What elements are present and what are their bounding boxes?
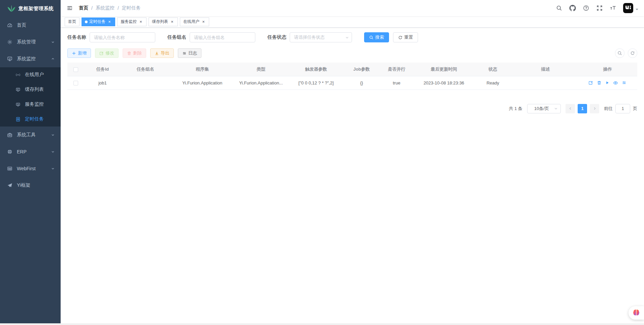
- sidebar-item-label: 系统管理: [17, 39, 51, 45]
- fullscreen-icon[interactable]: [596, 5, 603, 11]
- table-tools: [615, 48, 637, 58]
- task-group-input[interactable]: [190, 32, 255, 42]
- filter-task-group: 任务组名: [167, 32, 255, 42]
- col-trigger-args: 触发器参数: [287, 63, 345, 76]
- tab-online-users[interactable]: 在线用户 ×: [180, 17, 209, 26]
- refresh-icon[interactable]: [628, 48, 637, 58]
- close-icon[interactable]: ×: [107, 20, 112, 24]
- add-button[interactable]: 新增: [67, 48, 91, 58]
- col-task-id: 任务Id: [84, 63, 121, 76]
- tasks-table: 任务Id 任务组名 程序集 类型 触发器参数 Job参数 是否并行 最后更新时间…: [67, 63, 637, 90]
- system-monitor-submenu: 在线用户 缓存列表 服务监控: [0, 67, 61, 127]
- sidebar-item-label: 在线用户: [25, 72, 55, 78]
- broadcast-icon: [15, 72, 21, 77]
- sidebar-item-erp[interactable]: ERP: [0, 143, 61, 160]
- close-icon[interactable]: ×: [138, 20, 143, 24]
- github-icon[interactable]: [569, 5, 576, 11]
- hamburger-icon[interactable]: [66, 4, 73, 12]
- tab-home[interactable]: 首页: [65, 17, 79, 26]
- delete-button-label: 删除: [133, 50, 142, 56]
- cache-monitor-icon: [15, 87, 21, 92]
- filter-task-name: 任务名称: [67, 32, 155, 42]
- cell-task-id: job1: [84, 76, 121, 89]
- row-view-icon[interactable]: [613, 80, 618, 85]
- edit-button[interactable]: 修改: [95, 48, 119, 58]
- delete-button[interactable]: 删除: [123, 48, 146, 58]
- col-operation: 操作: [578, 63, 637, 76]
- row-log-icon[interactable]: [622, 80, 626, 85]
- search-button-label: 搜索: [375, 34, 384, 40]
- prev-page-icon[interactable]: [566, 104, 575, 113]
- page-size-select[interactable]: 10条/页: [527, 104, 561, 113]
- export-button[interactable]: 导出: [150, 48, 174, 58]
- cell-updated: 2023-10-08 18:23:36: [415, 76, 473, 89]
- app-logo[interactable]: 意框架管理系统: [0, 0, 61, 17]
- sidebar-item-service-monitor[interactable]: 服务监控: [0, 97, 61, 112]
- cell-trigger-args: ["0 0 0,12 ? * ?",2]: [287, 76, 345, 89]
- select-all-checkbox[interactable]: [73, 67, 78, 72]
- tab-label: 缓存列表: [152, 19, 168, 25]
- col-description: 描述: [513, 63, 578, 76]
- toggle-search-icon[interactable]: [615, 48, 624, 58]
- goto-page-input[interactable]: [615, 104, 630, 113]
- sidebar-item-yi-framework[interactable]: Yi框架: [0, 177, 61, 194]
- tab-label: 在线用户: [183, 19, 199, 25]
- tab-scheduled-tasks[interactable]: 定时任务 ×: [82, 17, 115, 26]
- sidebar-menu: 首页 系统管理: [0, 17, 61, 194]
- row-checkbox[interactable]: [73, 81, 78, 85]
- cell-description: [513, 76, 578, 89]
- sidebar-item-webfirst[interactable]: WebFirst: [0, 160, 61, 177]
- user-avatar[interactable]: [623, 3, 639, 13]
- row-edit-icon[interactable]: [588, 80, 593, 85]
- sidebar-item-cache-list[interactable]: 缓存列表: [0, 82, 61, 97]
- search-button[interactable]: 搜索: [364, 32, 389, 42]
- breadcrumb-separator: /: [118, 5, 119, 11]
- tab-cache-list[interactable]: 缓存列表 ×: [149, 17, 178, 26]
- sidebar-item-home[interactable]: 首页: [0, 17, 61, 34]
- reset-button[interactable]: 重置: [393, 32, 418, 42]
- breadcrumb-current: 定时任务: [122, 5, 141, 11]
- navbar-right: [556, 3, 639, 13]
- task-status-select[interactable]: 请选择任务状态: [290, 32, 352, 42]
- horizontal-scrollbar[interactable]: [0, 323, 644, 325]
- page-unit-label: 页: [633, 106, 637, 112]
- sidebar-item-system-management[interactable]: 系统管理: [0, 34, 61, 50]
- app-root: 意框架管理系统 首页 系统管理: [0, 0, 644, 325]
- col-job-args: Job参数: [345, 63, 378, 76]
- col-task-group: 任务组名: [121, 63, 170, 76]
- page-number-current[interactable]: 1: [578, 104, 587, 113]
- row-run-icon[interactable]: [605, 81, 609, 85]
- task-name-input[interactable]: [90, 32, 155, 42]
- row-delete-icon[interactable]: [597, 80, 602, 85]
- log-button[interactable]: 日志: [178, 48, 201, 58]
- next-page-icon[interactable]: [590, 104, 599, 113]
- page-size-value: 10条/页: [534, 106, 549, 112]
- font-size-icon[interactable]: [610, 5, 616, 11]
- tab-service-monitor[interactable]: 服务监控 ×: [117, 17, 147, 26]
- breadcrumb: 首页 / 系统监控 / 定时任务: [79, 5, 141, 11]
- breadcrumb-home[interactable]: 首页: [79, 5, 88, 11]
- active-tab-dot-icon: [85, 21, 88, 23]
- sidebar-item-scheduled-tasks[interactable]: 定时任务: [0, 112, 61, 127]
- sidebar-item-system-monitor[interactable]: 系统监控: [0, 50, 61, 67]
- breadcrumb-system-monitor: 系统监控: [96, 5, 115, 11]
- goto-page: 前往 页: [604, 104, 637, 113]
- search-icon[interactable]: [556, 5, 562, 11]
- close-icon[interactable]: ×: [170, 20, 174, 24]
- dashboard-icon: [7, 23, 13, 28]
- sidebar-item-label: 缓存列表: [25, 86, 55, 93]
- table-grid-icon: [7, 166, 13, 171]
- main-area: 首页 / 系统监控 / 定时任务: [61, 0, 644, 325]
- breadcrumb-separator: /: [91, 5, 93, 11]
- gear-icon: [7, 39, 13, 45]
- cell-assembly: Yi.Furion.Application: [170, 76, 235, 89]
- col-assembly: 程序集: [170, 63, 235, 76]
- assistant-widget[interactable]: [629, 306, 644, 320]
- help-icon[interactable]: [583, 5, 589, 11]
- close-icon[interactable]: ×: [201, 20, 206, 24]
- cell-status: Ready: [473, 76, 513, 89]
- sidebar-item-online-users[interactable]: 在线用户: [0, 67, 61, 82]
- sidebar-item-system-tools[interactable]: 系统工具: [0, 127, 61, 143]
- table-row: job1 Yi.Furion.Application Yi.Furion.App…: [67, 76, 637, 89]
- cell-job-args: {}: [345, 76, 378, 89]
